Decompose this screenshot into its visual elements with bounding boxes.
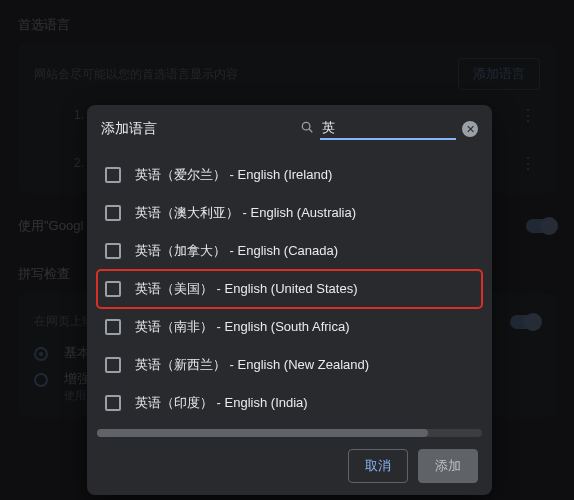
language-option[interactable]: 英语（澳大利亚） - English (Australia): [97, 194, 482, 232]
horizontal-scrollbar[interactable]: [97, 429, 482, 437]
language-option-label: 英语（澳大利亚） - English (Australia): [135, 204, 356, 222]
language-option-label: 英语（美国） - English (United States): [135, 280, 358, 298]
language-list: 英语（爱尔兰） - English (Ireland)英语（澳大利亚） - En…: [87, 150, 492, 429]
checkbox-icon[interactable]: [105, 395, 121, 411]
language-option[interactable]: 英语（美国） - English (United States): [97, 270, 482, 308]
language-option[interactable]: 英语（印度） - English (India): [97, 384, 482, 422]
search-field: ✕: [300, 117, 478, 140]
language-option[interactable]: 英语（爱尔兰） - English (Ireland): [97, 156, 482, 194]
dialog-footer: 取消 添加: [87, 439, 492, 495]
add-language-dialog: 添加语言 ✕ 英语（爱尔兰） - English (Ireland)英语（澳大利…: [87, 105, 492, 495]
dialog-header: 添加语言 ✕: [87, 105, 492, 150]
cancel-button[interactable]: 取消: [348, 449, 408, 483]
language-option-label: 英语（南非） - English (South Africa): [135, 318, 350, 336]
checkbox-icon[interactable]: [105, 167, 121, 183]
checkbox-icon[interactable]: [105, 357, 121, 373]
svg-line-1: [309, 129, 312, 132]
search-input[interactable]: [320, 117, 456, 140]
checkbox-icon[interactable]: [105, 205, 121, 221]
checkbox-icon[interactable]: [105, 243, 121, 259]
add-button[interactable]: 添加: [418, 449, 478, 483]
language-option-label: 英语（加拿大） - English (Canada): [135, 242, 338, 260]
language-option-label: 英语（印度） - English (India): [135, 394, 308, 412]
language-option-label: 英语（新西兰） - English (New Zealand): [135, 356, 369, 374]
svg-point-0: [302, 122, 310, 130]
dialog-title: 添加语言: [101, 120, 157, 138]
search-icon: [300, 120, 314, 137]
clear-search-icon[interactable]: ✕: [462, 121, 478, 137]
language-option[interactable]: 英语（新西兰） - English (New Zealand): [97, 346, 482, 384]
language-option[interactable]: 英语（南非） - English (South Africa): [97, 308, 482, 346]
language-option-label: 英语（爱尔兰） - English (Ireland): [135, 166, 332, 184]
checkbox-icon[interactable]: [105, 281, 121, 297]
checkbox-icon[interactable]: [105, 319, 121, 335]
language-option[interactable]: 英语（加拿大） - English (Canada): [97, 232, 482, 270]
